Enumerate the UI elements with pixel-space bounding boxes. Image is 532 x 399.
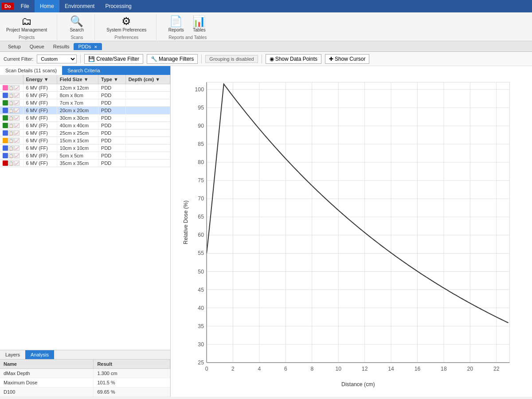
search-icon: 🔍: [70, 16, 83, 27]
row-icon-chart: 📈: [14, 130, 20, 136]
row-icon-chart: 📈: [14, 145, 20, 151]
row-field-size: 5cm x 5cm: [57, 152, 98, 160]
svg-text:80: 80: [198, 159, 204, 165]
title-bar: Do File Home Environment Processing: [0, 0, 532, 12]
ribbon-btn-project-management-label: Project Management: [6, 27, 47, 32]
ribbon-btn-project-management[interactable]: 🗂 Project Management: [4, 14, 50, 34]
row-icon-chart: 📈: [14, 115, 20, 121]
svg-text:30: 30: [198, 341, 204, 348]
row-type: PDD: [98, 122, 126, 129]
show-data-points-button[interactable]: ◉ Show Data Points: [266, 54, 321, 64]
col-type[interactable]: Type ▼: [98, 75, 126, 84]
col-field-size[interactable]: Field Size ▼: [57, 75, 98, 84]
menu-environment[interactable]: Environment: [59, 0, 100, 12]
row-depth: [125, 152, 170, 160]
analysis-result: 101.5 %: [94, 378, 170, 387]
layers-tab[interactable]: Layers: [0, 350, 25, 359]
table-row[interactable]: 📋 📈 6 MV (FF) 10cm x 10cm PDD: [0, 145, 170, 152]
row-type: PDD: [98, 152, 126, 160]
tab-pdds[interactable]: PDDs ✕: [74, 43, 102, 50]
row-icon-doc: 📋: [8, 115, 14, 121]
svg-text:25: 25: [198, 360, 204, 366]
row-depth: [125, 145, 170, 152]
svg-text:65: 65: [198, 214, 204, 220]
ribbon-btn-search[interactable]: 🔍 Search: [66, 14, 87, 34]
row-icon-doc: 📋: [8, 100, 14, 106]
svg-text:2: 2: [231, 366, 235, 372]
row-depth: [125, 84, 170, 92]
svg-text:95: 95: [198, 105, 204, 111]
row-icon-doc: 📋: [8, 130, 14, 136]
scan-tabs: Scan Details (11 scans) Search Criteria: [0, 66, 170, 75]
row-icon-chart: 📈: [14, 153, 20, 158]
row-field-size: 25cm x 25cm: [57, 129, 98, 137]
row-icons-cell: 📋 📈: [0, 160, 23, 167]
svg-text:85: 85: [198, 141, 204, 147]
table-row[interactable]: 📋 📈 6 MV (FF) 20cm x 20cm PDD: [0, 107, 170, 114]
row-field-size: 7cm x 7cm: [57, 99, 98, 107]
row-icons-cell: 📋 📈: [0, 107, 23, 114]
row-icons-cell: 📋 📈: [0, 152, 23, 160]
svg-text:22: 22: [493, 366, 500, 372]
row-type: PDD: [98, 107, 126, 114]
table-row[interactable]: 📋 📈 6 MV (FF) 30cm x 30cm PDD: [0, 114, 170, 122]
svg-text:75: 75: [198, 177, 204, 184]
show-cursor-button[interactable]: ✚ Show Cursor: [325, 54, 369, 64]
row-field-size: 10cm x 10cm: [57, 145, 98, 152]
show-data-points-icon: ◉: [270, 56, 274, 62]
row-depth: [125, 137, 170, 145]
row-depth: [125, 122, 170, 129]
row-icons-cell: 📋 📈: [0, 92, 23, 99]
svg-text:4: 4: [258, 366, 261, 372]
table-row[interactable]: 📋 📈 6 MV (FF) 7cm x 7cm PDD: [0, 99, 170, 107]
tab-pdds-close[interactable]: ✕: [94, 45, 98, 49]
tab-queue[interactable]: Queue: [25, 43, 49, 50]
col-depth[interactable]: Depth (cm) ▼: [125, 75, 170, 84]
row-icons-cell: 📋 📈: [0, 99, 23, 107]
menu-file[interactable]: File: [16, 0, 35, 12]
manage-filters-button[interactable]: 🔧 Manage Filters: [147, 54, 198, 64]
svg-text:12: 12: [362, 366, 368, 372]
scan-details-tab[interactable]: Scan Details (11 scans): [0, 66, 62, 75]
table-row[interactable]: 📋 📈 6 MV (FF) 5cm x 5cm PDD: [0, 152, 170, 160]
col-icons: [0, 75, 23, 84]
table-row[interactable]: 📋 📈 6 MV (FF) 12cm x 12cm PDD: [0, 84, 170, 92]
ribbon-btn-reports[interactable]: 📄 Reports: [165, 14, 187, 34]
tab-results[interactable]: Results: [49, 43, 74, 50]
row-depth: [125, 160, 170, 167]
create-save-filter-button[interactable]: 💾 Create/Save Filter: [84, 54, 143, 64]
table-row[interactable]: 📋 📈 6 MV (FF) 15cm x 15cm PDD: [0, 137, 170, 145]
menu-processing[interactable]: Processing: [100, 0, 137, 12]
analysis-result: 1.300 cm: [94, 369, 170, 378]
analysis-col-name: Name: [0, 360, 94, 369]
table-row[interactable]: 📋 📈 6 MV (FF) 25cm x 25cm PDD: [0, 129, 170, 137]
row-icon-doc: 📋: [8, 153, 14, 158]
row-icon-chart: 📈: [14, 160, 20, 166]
row-field-size: 15cm x 15cm: [57, 137, 98, 145]
row-icons-cell: 📋 📈: [0, 145, 23, 152]
row-energy: 6 MV (FF): [23, 107, 57, 114]
col-energy[interactable]: Energy ▼: [23, 75, 57, 84]
analysis-tab[interactable]: Analysis: [25, 350, 54, 359]
ribbon-btn-tables[interactable]: 📊 Tables: [188, 14, 210, 34]
menu-home[interactable]: Home: [35, 0, 59, 12]
do-button[interactable]: Do: [2, 3, 14, 10]
show-cursor-icon: ✚: [329, 56, 333, 62]
search-criteria-tab[interactable]: Search Criteria: [62, 66, 105, 75]
row-icons-cell: 📋 📈: [0, 84, 23, 92]
row-icon-doc: 📋: [8, 123, 14, 128]
table-row[interactable]: 📋 📈 6 MV (FF) 40cm x 40cm PDD: [0, 122, 170, 129]
row-depth: [125, 107, 170, 114]
svg-text:20: 20: [467, 366, 473, 372]
row-icons-cell: 📋 📈: [0, 129, 23, 137]
ribbon-btn-reports-label: Reports: [168, 27, 184, 32]
row-type: PDD: [98, 99, 126, 107]
filter-select[interactable]: Custom: [37, 55, 77, 63]
tabs-bar: Setup Queue Results PDDs ✕: [0, 41, 532, 52]
row-type: PDD: [98, 137, 126, 145]
tab-setup[interactable]: Setup: [4, 43, 25, 50]
table-row[interactable]: 📋 📈 6 MV (FF) 8cm x 8cm PDD: [0, 92, 170, 99]
table-row[interactable]: 📋 📈 6 MV (FF) 35cm x 35cm PDD: [0, 160, 170, 167]
grouping-badge: Grouping is disabled: [205, 55, 258, 63]
ribbon-btn-system-preferences[interactable]: ⚙ System Preferences: [104, 14, 149, 34]
